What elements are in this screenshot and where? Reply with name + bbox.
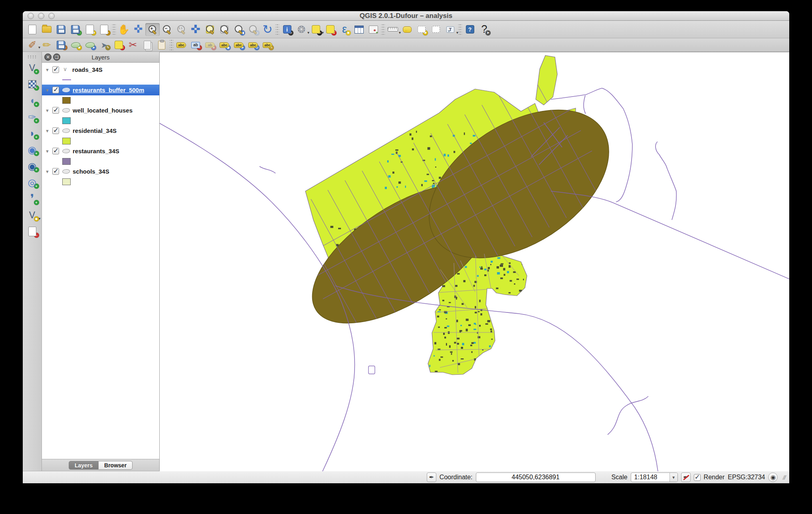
select-features-icon[interactable]: ➤▾ [309, 23, 323, 36]
crs-status-icon[interactable]: ◉ [768, 472, 778, 482]
show-bookmarks-icon[interactable] [429, 23, 443, 36]
field-calculator-icon[interactable] [366, 23, 380, 36]
layer-color-swatch [62, 117, 71, 124]
tab-layers[interactable]: Layers [69, 461, 99, 470]
save-layer-edits-icon[interactable]: ✎ [54, 40, 68, 51]
cut-features-icon[interactable]: ✂ [126, 40, 140, 51]
add-delimited-text-layer-icon[interactable]: ❜+ [25, 192, 40, 206]
layer-item-restaurants_34S[interactable]: ▼restaurants_34S [42, 146, 159, 156]
select-by-expression-icon[interactable]: ε■ [337, 23, 352, 36]
open-attribute-table-icon[interactable] [352, 23, 366, 36]
move-label-icon[interactable]: abc➤ [232, 40, 246, 51]
layer-visibility-checkbox[interactable] [52, 87, 59, 93]
coordinate-input[interactable] [476, 472, 596, 482]
show-hide-labels-icon[interactable]: abc◉ [217, 40, 232, 51]
layer-visibility-checkbox[interactable] [52, 148, 59, 154]
run-feature-action-icon[interactable]: ❂▾ [294, 23, 309, 36]
deselect-features-icon[interactable]: ✘ [323, 23, 337, 36]
zoom-out-icon[interactable]: − [160, 23, 174, 36]
add-wcs-layer-icon[interactable]: ◉+ [25, 159, 40, 173]
expand-caret-icon[interactable]: ▼ [45, 67, 51, 72]
add-wms-layer-icon[interactable]: ◉+ [25, 143, 40, 156]
zoom-window-button[interactable] [48, 13, 55, 19]
zoom-full-extent-icon[interactable]: ✜ [188, 23, 203, 36]
expand-caret-icon[interactable]: ▼ [45, 108, 51, 113]
layer-list: ▼roads_34S▼restaurants_buffer_500m▼well_… [42, 63, 159, 459]
zoom-actual-size-icon[interactable]: 1:1 [174, 23, 188, 36]
coordinate-toggle-icon[interactable]: ✒ [427, 472, 436, 482]
tab-browser[interactable]: Browser [99, 461, 133, 470]
pan-to-selection-icon[interactable]: ✜ [131, 23, 145, 36]
move-feature-icon[interactable]: ➤ [83, 40, 97, 51]
title-bar[interactable]: QGIS 2.0.1-Dufour – analysis [23, 11, 789, 21]
stop-rendering-icon[interactable]: ✒ [681, 472, 691, 482]
add-spatialite-layer-icon[interactable]: ✑+ [25, 110, 40, 124]
expand-caret-icon[interactable]: ▼ [45, 88, 51, 93]
render-checkbox[interactable] [694, 474, 701, 481]
add-raster-layer-icon[interactable]: + [25, 77, 40, 91]
layers-panel-header[interactable]: ✕ ❏ Layers [42, 52, 159, 63]
add-vector-layer-icon[interactable]: V+ [25, 61, 40, 75]
copy-features-icon[interactable] [140, 40, 154, 51]
layer-item-schools_34S[interactable]: ▼schools_34S [42, 166, 159, 177]
delete-selected-icon[interactable]: ✖ [111, 40, 126, 51]
zoom-to-layer-icon[interactable] [217, 23, 232, 36]
open-project-icon[interactable] [40, 23, 54, 36]
close-panel-icon[interactable]: ✕ [44, 53, 51, 61]
expand-caret-icon[interactable]: ▼ [45, 128, 51, 133]
new-shapefile-layer-icon[interactable]: V✱▾ [25, 208, 40, 222]
measure-icon[interactable]: ▾ [386, 23, 400, 36]
float-panel-icon[interactable]: ❏ [53, 53, 60, 61]
current-edits-icon[interactable]: ✐▾ [25, 40, 40, 51]
highlight-pinned-labels-icon[interactable]: ab● [203, 40, 217, 51]
refresh-map-icon[interactable]: ↻ [260, 23, 275, 36]
zoom-in-icon[interactable]: + [145, 23, 160, 36]
toggle-editing-icon[interactable]: ✏ [40, 40, 54, 51]
whats-this-icon[interactable]: ?➤ [477, 23, 491, 36]
layer-symbology-row [42, 116, 159, 125]
pin-labels-icon[interactable]: ab● [188, 40, 203, 51]
map-tips-icon[interactable] [400, 23, 414, 36]
minimize-window-button[interactable] [38, 13, 44, 19]
close-window-button[interactable] [28, 13, 34, 19]
expand-caret-icon[interactable]: ▼ [45, 149, 51, 154]
add-mssql-layer-icon[interactable]: ◗+ [25, 127, 40, 140]
map-canvas[interactable] [160, 52, 789, 471]
pan-map-icon[interactable]: ✋ [117, 23, 131, 36]
zoom-to-selection-icon[interactable] [203, 23, 217, 36]
new-project-icon[interactable] [25, 23, 40, 36]
add-feature-icon[interactable]: ✱ [68, 40, 83, 51]
remove-layer-icon[interactable]: − [25, 225, 40, 238]
scale-combo[interactable]: 1:18148 ▼ [631, 472, 678, 482]
layer-symbology-row [42, 177, 159, 186]
identify-features-icon[interactable]: i➤ [280, 23, 294, 36]
zoom-last-icon[interactable]: ◀ [232, 23, 246, 36]
zoom-next-icon[interactable]: ▶ [246, 23, 260, 36]
new-print-composer-icon[interactable]: ✱ [83, 23, 97, 36]
help-contents-icon[interactable]: ? [463, 23, 477, 36]
layer-item-roads_34S[interactable]: ▼roads_34S [42, 64, 159, 75]
layer-visibility-checkbox[interactable] [52, 66, 59, 73]
composer-manager-icon[interactable]: ✦ [97, 23, 111, 36]
layer-visibility-checkbox[interactable] [52, 107, 59, 114]
expand-caret-icon[interactable]: ▼ [45, 169, 51, 174]
text-annotation-icon[interactable]: T▾ [443, 23, 457, 36]
node-tool-icon[interactable]: ➤✎ [97, 40, 111, 51]
scale-dropdown-icon[interactable]: ▼ [669, 473, 677, 482]
layer-item-residential_34S[interactable]: ▼residential_34S [42, 125, 159, 136]
screen: QGIS 2.0.1-Dufour – analysis ✎✱✦✋✜+−1:1✜… [0, 0, 812, 514]
change-label-icon[interactable]: abc✎ [260, 40, 275, 51]
layer-visibility-checkbox[interactable] [52, 127, 59, 134]
rotate-label-icon[interactable]: abc↻ [246, 40, 260, 51]
save-project-as-icon[interactable]: ✎ [68, 23, 83, 36]
labeling-icon[interactable]: abc [174, 40, 188, 51]
add-postgis-layer-icon[interactable]: ◖+ [25, 94, 40, 107]
layer-item-well_located_houses[interactable]: ▼well_located_houses [42, 105, 159, 116]
resize-grip[interactable]: /// [782, 474, 785, 481]
layer-item-restaurants_buffer_500m[interactable]: ▼restaurants_buffer_500m [42, 85, 159, 95]
new-bookmark-icon[interactable]: ✱ [414, 23, 429, 36]
paste-features-icon[interactable] [154, 40, 169, 51]
save-project-icon[interactable] [54, 23, 68, 36]
layer-visibility-checkbox[interactable] [52, 168, 59, 175]
add-wfs-layer-icon[interactable]: ◎+ [25, 176, 40, 189]
